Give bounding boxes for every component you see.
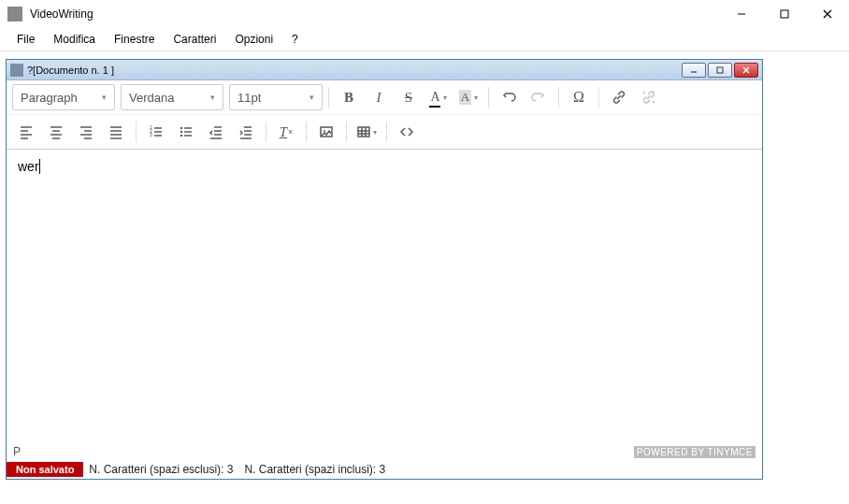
- align-left-button[interactable]: [12, 119, 40, 145]
- menu-modifica[interactable]: Modifica: [44, 30, 105, 49]
- document-close-button[interactable]: [734, 63, 758, 78]
- chevron-down-icon: ▾: [91, 93, 107, 102]
- svg-point-12: [180, 131, 182, 133]
- block-format-select[interactable]: Paragraph▾: [12, 84, 115, 110]
- font-family-label: Verdana: [129, 91, 174, 105]
- document-maximize-button[interactable]: [708, 63, 732, 78]
- element-path-bar: P POWERED BY TINYMCE: [7, 443, 761, 460]
- insert-table-button[interactable]: ▾: [353, 119, 381, 145]
- chevron-down-icon: ▾: [199, 93, 215, 102]
- chevron-down-icon: ▾: [373, 128, 377, 137]
- char-count-incl: N. Caratteri (spazi inclusi): 3: [238, 463, 391, 476]
- app-title: VideoWriting: [30, 7, 94, 21]
- italic-button[interactable]: I: [365, 84, 393, 110]
- document-minimize-button[interactable]: [682, 63, 706, 78]
- editor-toolbar: Paragraph▾ Verdana▾ 11pt▾ B I S A ▾ A: [7, 80, 762, 150]
- maximize-button[interactable]: [763, 0, 806, 28]
- workspace: ?[Documento n. 1 ] Paragraph▾: [0, 51, 849, 504]
- save-status-badge: Non salvato: [7, 462, 83, 477]
- document-title: ?[Documento n. 1 ]: [27, 65, 114, 76]
- menu-caratteri[interactable]: Caratteri: [164, 30, 225, 49]
- menu-opzioni[interactable]: Opzioni: [225, 30, 282, 49]
- indent-button[interactable]: [232, 119, 260, 145]
- close-button[interactable]: [806, 0, 849, 28]
- svg-rect-5: [717, 67, 723, 73]
- char-count-excl: N. Caratteri (spazi esclusi): 3: [83, 463, 238, 476]
- text-cursor: [39, 159, 40, 174]
- ordered-list-button[interactable]: 123: [142, 119, 170, 145]
- font-size-select[interactable]: 11pt▾: [229, 84, 323, 110]
- svg-text:3: 3: [150, 132, 152, 137]
- outdent-button[interactable]: [202, 119, 230, 145]
- block-format-label: Paragraph: [21, 91, 78, 105]
- background-color-button[interactable]: A ▾: [454, 84, 482, 110]
- special-character-button[interactable]: Ω: [565, 84, 593, 110]
- element-path[interactable]: P: [13, 445, 21, 458]
- chevron-down-icon: ▾: [474, 94, 478, 102]
- align-center-button[interactable]: [42, 119, 70, 145]
- title-bar: VideoWriting: [0, 0, 849, 28]
- menu-finestre[interactable]: Finestre: [105, 30, 164, 49]
- document-window-controls: [682, 63, 758, 78]
- source-code-button[interactable]: [393, 119, 421, 145]
- document-icon: [10, 64, 23, 77]
- align-justify-button[interactable]: [102, 119, 130, 145]
- chevron-down-icon: ▾: [443, 94, 447, 102]
- undo-button[interactable]: [495, 84, 523, 110]
- clear-formatting-button[interactable]: T×: [272, 119, 300, 145]
- font-size-label: 11pt: [237, 91, 261, 105]
- minimize-button[interactable]: [720, 0, 763, 28]
- svg-point-13: [180, 135, 182, 137]
- powered-by-label: POWERED BY TINYMCE: [634, 446, 755, 458]
- unordered-list-button[interactable]: [172, 119, 200, 145]
- svg-rect-16: [358, 127, 369, 137]
- svg-rect-1: [781, 10, 788, 18]
- app-icon: [7, 7, 22, 22]
- menu-help[interactable]: ?: [282, 30, 308, 49]
- link-button[interactable]: [605, 84, 633, 110]
- chevron-down-icon: ▾: [298, 93, 314, 102]
- window-controls: [720, 0, 849, 28]
- editor-text: wer: [18, 159, 39, 174]
- redo-button[interactable]: [525, 84, 553, 110]
- align-right-button[interactable]: [72, 119, 100, 145]
- svg-point-15: [324, 130, 325, 132]
- document-title-bar: ?[Documento n. 1 ]: [7, 60, 762, 80]
- document-window: ?[Documento n. 1 ] Paragraph▾: [6, 59, 763, 480]
- strikethrough-button[interactable]: S: [395, 84, 423, 110]
- text-color-button[interactable]: A ▾: [424, 84, 453, 110]
- unlink-button[interactable]: [635, 84, 663, 110]
- status-bar: Non salvato N. Caratteri (spazi esclusi)…: [7, 460, 762, 479]
- bold-button[interactable]: B: [335, 84, 363, 110]
- menu-file[interactable]: File: [7, 30, 44, 49]
- insert-image-button[interactable]: [312, 119, 340, 145]
- editor-content[interactable]: wer: [7, 150, 762, 439]
- svg-point-11: [180, 127, 182, 129]
- font-family-select[interactable]: Verdana▾: [121, 84, 223, 110]
- menu-bar: File Modifica Finestre Caratteri Opzioni…: [0, 28, 849, 51]
